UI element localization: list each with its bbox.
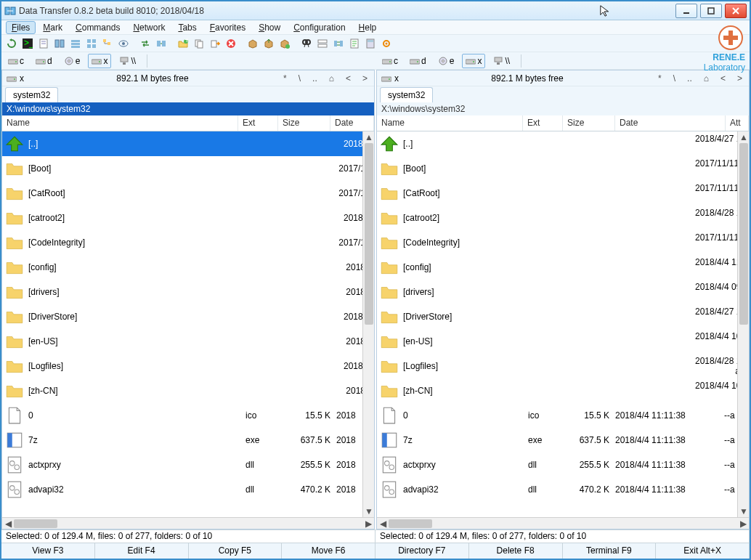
file-row[interactable]: [..]2018/: [2, 131, 374, 156]
minimize-button[interactable]: [675, 4, 697, 18]
file-row[interactable]: actxprxydll255.5 K2018/4/4 11:11:38--a: [377, 453, 749, 477]
file-row[interactable]: [CatRoot]2017/1: [2, 181, 374, 206]
drive-d[interactable]: d: [32, 54, 56, 68]
tool-thumbs-icon[interactable]: [84, 36, 99, 51]
tool-sync-icon[interactable]: [331, 36, 346, 51]
right-vscroll[interactable]: ▲▼: [737, 131, 749, 517]
tool-properties-icon[interactable]: [347, 36, 362, 51]
tool-copy-icon[interactable]: [192, 36, 206, 51]
fn-button-1[interactable]: Edit F4: [95, 543, 189, 559]
file-row[interactable]: actxprxydll255.5 K2018: [2, 453, 374, 477]
tool-pack-icon[interactable]: [245, 36, 260, 51]
menu-configuration[interactable]: Configuration: [288, 21, 351, 34]
tool-delete-icon[interactable]: [224, 36, 238, 51]
tool-terminal-icon[interactable]: >_: [20, 36, 35, 51]
drive-e[interactable]: e: [60, 54, 84, 68]
file-row[interactable]: [..]2018/4/27 10:52:45d--: [377, 131, 749, 156]
file-row[interactable]: [Logfiles]2018/: [2, 354, 374, 378]
drive-d[interactable]: d: [406, 54, 430, 68]
menu-network[interactable]: Network: [127, 21, 171, 34]
nav-back[interactable]: <: [344, 73, 353, 84]
col-name[interactable]: Name: [2, 115, 238, 131]
right-path[interactable]: X:\windows\system32: [377, 102, 749, 115]
file-row[interactable]: [DriverStore]2018/4/27 10:52:49d--: [377, 304, 749, 329]
file-row[interactable]: [en-US]2018/4/4 10:44:02d--: [377, 329, 749, 354]
col-ext[interactable]: Ext: [238, 115, 278, 131]
file-row[interactable]: [CodeIntegrity]2017/11/11 19:10:18d--: [377, 230, 749, 255]
right-current-drive[interactable]: x: [381, 73, 399, 84]
file-row[interactable]: 7zexe637.5 K2018: [2, 428, 374, 453]
file-row[interactable]: [en-US]2018: [2, 329, 374, 354]
left-current-drive[interactable]: x: [7, 73, 24, 84]
menu-tabs[interactable]: Tabs: [172, 21, 202, 34]
file-row[interactable]: [zh-CN]2018/4/4 10:44:26d--: [377, 378, 749, 403]
file-row[interactable]: [config]2018: [2, 255, 374, 280]
menu-help[interactable]: Help: [353, 21, 383, 34]
menu-mark[interactable]: Mark: [37, 21, 68, 34]
right-tab[interactable]: system32: [380, 87, 433, 102]
nav-star[interactable]: *: [281, 73, 289, 84]
tool-tree-icon[interactable]: [100, 36, 115, 51]
fn-button-0[interactable]: View F3: [1, 543, 95, 559]
tool-config-icon[interactable]: [379, 36, 394, 51]
tool-notepad-icon[interactable]: [36, 36, 51, 51]
menu-commands[interactable]: Commands: [70, 21, 126, 34]
nav-root[interactable]: \: [296, 73, 303, 84]
file-row[interactable]: advapi32dll470.2 K2018/4/4 11:11:38--a: [377, 477, 749, 502]
tool-view-icon[interactable]: [52, 36, 67, 51]
left-vscroll[interactable]: ▲▼: [362, 131, 374, 517]
file-row[interactable]: [catroot2]2018/: [2, 206, 374, 230]
file-row[interactable]: [drivers]2018/4/4 09:45:22d--: [377, 280, 749, 304]
drive-e[interactable]: e: [434, 54, 458, 68]
tool-multirename-icon[interactable]: [315, 36, 330, 51]
file-row[interactable]: [DriverStore]2018/: [2, 304, 374, 329]
nav-up[interactable]: ..: [310, 73, 320, 84]
drive-\\[interactable]: \\: [490, 54, 513, 68]
tool-swap-icon[interactable]: [138, 36, 153, 51]
file-row[interactable]: [catroot2]2018/4/28 14:47:43d--: [377, 206, 749, 230]
fn-button-5[interactable]: Delete F8: [469, 543, 563, 559]
fn-button-2[interactable]: Copy F5: [189, 543, 283, 559]
close-button[interactable]: [725, 4, 747, 18]
file-row[interactable]: [drivers]2018: [2, 280, 374, 304]
tool-calc-icon[interactable]: [363, 36, 378, 51]
left-hscroll[interactable]: ◀▶: [2, 517, 374, 529]
file-row[interactable]: [Boot]2017/11/11 19:10:14d--: [377, 156, 749, 181]
file-row[interactable]: advapi32dll470.2 K2018: [2, 477, 374, 502]
left-path[interactable]: X:\windows\system32: [2, 102, 374, 115]
file-row[interactable]: [Boot]2017/1: [2, 156, 374, 181]
file-row[interactable]: [zh-CN]2018: [2, 378, 374, 403]
col-size[interactable]: Size: [278, 115, 330, 131]
tool-newfolder-icon[interactable]: +: [176, 36, 190, 51]
tool-test-icon[interactable]: [277, 36, 292, 51]
tool-refresh-icon[interactable]: [4, 36, 19, 51]
right-file-list[interactable]: [..]2018/4/27 10:52:45d--[Boot]2017/11/1…: [377, 131, 749, 517]
tool-list-icon[interactable]: [68, 36, 83, 51]
left-tab[interactable]: system32: [5, 87, 58, 102]
file-row[interactable]: [config]2018/4/4 11:10:02d--: [377, 255, 749, 280]
menu-show[interactable]: Show: [253, 21, 286, 34]
file-row[interactable]: 7zexe637.5 K2018/4/4 11:11:38--a: [377, 428, 749, 453]
maximize-button[interactable]: [700, 4, 722, 18]
menu-favorites[interactable]: Favorites: [204, 21, 251, 34]
fn-button-3[interactable]: Move F6: [282, 543, 376, 559]
drive-c[interactable]: c: [378, 54, 402, 68]
file-row[interactable]: 0ico15.5 K2018/4/4 11:11:38--a: [377, 403, 749, 428]
nav-forward[interactable]: >: [360, 73, 370, 84]
drive-\\[interactable]: \\: [115, 54, 139, 68]
drive-x[interactable]: x: [88, 54, 111, 68]
tool-unpack-icon[interactable]: [261, 36, 276, 51]
drive-x[interactable]: x: [462, 54, 485, 68]
right-hscroll[interactable]: ◀▶: [377, 517, 749, 529]
tool-move-icon[interactable]: [208, 36, 222, 51]
tool-hidden-icon[interactable]: [116, 36, 131, 51]
file-row[interactable]: [CodeIntegrity]2017/1: [2, 230, 374, 255]
drive-c[interactable]: c: [4, 54, 28, 68]
left-file-list[interactable]: [..]2018/[Boot]2017/1[CatRoot]2017/1[cat…: [2, 131, 374, 517]
file-row[interactable]: [Logfiles]2018/4/28 14:47:38d-a: [377, 354, 749, 378]
fn-button-7[interactable]: Exit Alt+X: [656, 543, 750, 559]
fn-button-4[interactable]: Directory F7: [376, 543, 469, 559]
tool-same-icon[interactable]: [154, 36, 169, 51]
file-row[interactable]: [CatRoot]2017/11/11 19:10:14d--: [377, 181, 749, 206]
file-row[interactable]: 0ico15.5 K2018: [2, 403, 374, 428]
